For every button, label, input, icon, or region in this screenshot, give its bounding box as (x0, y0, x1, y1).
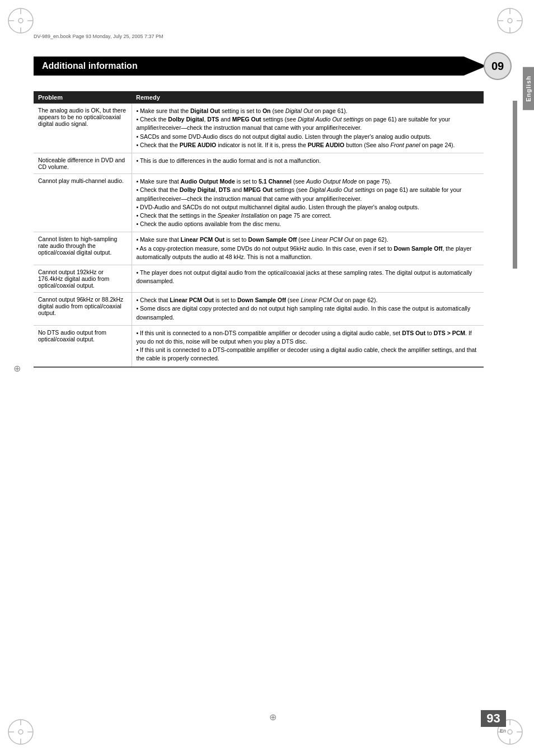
footer: 93 En (481, 710, 506, 734)
title-bar: Additional information 09 (34, 52, 512, 80)
problem-cell: The analog audio is OK, but there appear… (34, 104, 132, 153)
svg-point-7 (508, 18, 512, 23)
main-content: Problem Remedy The analog audio is OK, b… (34, 91, 500, 368)
chapter-badge: 09 (484, 52, 512, 80)
remedy-cell: • Make sure that Linear PCM Out is set t… (132, 232, 484, 265)
remedy-cell: • Make sure that Audio Output Mode is se… (132, 174, 484, 232)
corner-decoration-bl (6, 717, 39, 750)
language-label: English (523, 67, 534, 110)
table-row: Cannot listen to high-sampling rate audi… (34, 232, 484, 265)
remedy-cell: • Make sure that the Digital Out setting… (132, 104, 484, 153)
col-header-remedy: Remedy (132, 91, 484, 104)
right-side-bar (513, 101, 517, 269)
problem-cell: No DTS audio output from optical/coaxial… (34, 325, 132, 367)
crosshair-bottom (267, 711, 278, 722)
problem-cell: Noticeable difference in DVD and CD volu… (34, 153, 132, 174)
table-row: Cannot play multi-channel audio.• Make s… (34, 174, 484, 232)
col-header-problem: Problem (34, 91, 132, 104)
footer-lang: En (481, 728, 506, 734)
svg-point-13 (18, 730, 23, 734)
header-area: DV-989_en.book Page 93 Monday, July 25, … (34, 34, 512, 46)
table-row: The analog audio is OK, but there appear… (34, 104, 484, 153)
file-info: DV-989_en.book Page 93 Monday, July 25, … (34, 34, 512, 39)
problem-cell: Cannot play multi-channel audio. (34, 174, 132, 232)
problem-cell: Cannot output 192kHz or 176.4kHz digital… (34, 265, 132, 293)
section-title: Additional information (34, 57, 486, 76)
page-number: 93 (481, 710, 506, 727)
troubleshoot-table: Problem Remedy The analog audio is OK, b… (34, 91, 484, 368)
table-row: Noticeable difference in DVD and CD volu… (34, 153, 484, 174)
remedy-cell: • If this unit is connected to a non-DTS… (132, 325, 484, 367)
table-row: No DTS audio output from optical/coaxial… (34, 325, 484, 367)
problem-cell: Cannot listen to high-sampling rate audi… (34, 232, 132, 265)
table-row: Cannot output 192kHz or 176.4kHz digital… (34, 265, 484, 293)
table-row: Cannot output 96kHz or 88.2kHz digital a… (34, 293, 484, 326)
remedy-cell: • The player does not output digital aud… (132, 265, 484, 293)
remedy-cell: • This is due to differences in the audi… (132, 153, 484, 174)
problem-cell: Cannot output 96kHz or 88.2kHz digital a… (34, 293, 132, 326)
remedy-cell: • Check that Linear PCM Out is set to Do… (132, 293, 484, 326)
svg-point-19 (508, 730, 512, 734)
svg-point-1 (18, 18, 23, 23)
crosshair-left (11, 363, 22, 374)
